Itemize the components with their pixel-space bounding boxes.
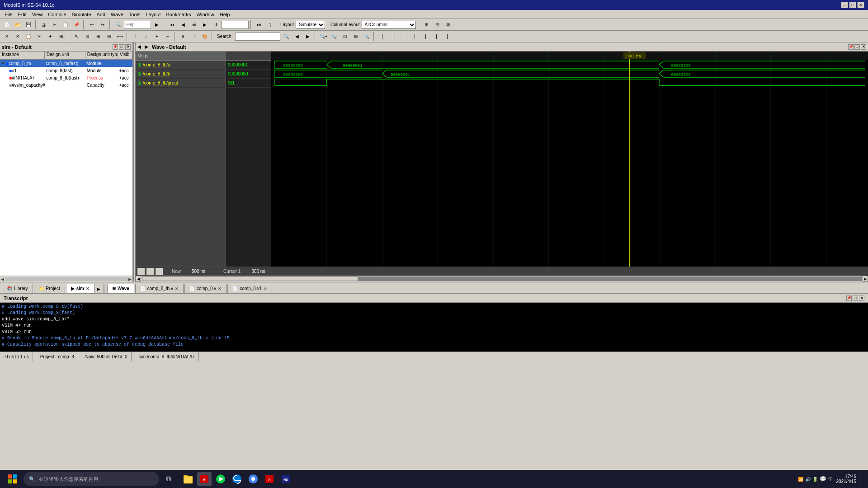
zoom-cursor[interactable]: ⊞ [351, 32, 361, 42]
sim-back[interactable]: ◀ [178, 20, 188, 30]
zoom-full[interactable]: ⊡ [340, 32, 350, 42]
wave-config[interactable]: ⚙ [156, 268, 163, 275]
tb2-signal-down[interactable]: ↓ [141, 32, 151, 42]
tb2-paste[interactable]: ✦ [45, 32, 55, 42]
menu-layout[interactable]: Layout [143, 11, 164, 18]
taskbar-show-desktop[interactable] [862, 470, 864, 488]
cursor4-btn[interactable]: | [410, 32, 420, 42]
wave-nav-fwd[interactable]: ▶ [145, 44, 148, 49]
maximize-button[interactable]: □ [849, 2, 856, 8]
scroll-right-btn[interactable]: ▶ [863, 276, 868, 282]
scroll-thumb[interactable] [142, 277, 358, 281]
tb2-expand[interactable]: ⊞ [56, 32, 66, 42]
tab-wave[interactable]: ≋ Wave [107, 284, 134, 293]
minimize-button[interactable]: ─ [841, 2, 848, 8]
menu-window[interactable]: Window [194, 11, 217, 18]
new-button[interactable]: 📄 [2, 20, 12, 30]
zoom-in2[interactable]: 🔍 [362, 32, 372, 42]
taskbar-app-file-explorer[interactable] [181, 472, 195, 486]
expand-icon[interactable]: ▼ [1, 61, 5, 66]
signal-row-a[interactable]: ⊞ /comp_8_tb/a [136, 61, 226, 70]
tab-library[interactable]: 📚 Library [2, 284, 33, 293]
network-icon[interactable]: 📶 [798, 477, 803, 482]
menu-bookmarks[interactable]: Bookmarks [164, 11, 194, 18]
dock-btn[interactable]: ⊞ [421, 20, 431, 30]
tb2-btn2[interactable]: ✕ [13, 32, 23, 42]
tb2-cut[interactable]: ✂ [34, 32, 44, 42]
paste-button[interactable]: 📌 [71, 20, 81, 30]
cursor5-btn[interactable]: | [420, 32, 430, 42]
menu-wave[interactable]: Wave [108, 11, 126, 18]
tree-row[interactable]: ■ #INITIAL#7 comp_8_tb(fast) Process +ac… [0, 74, 132, 81]
tab-comp8v[interactable]: 📄 comp_8.v ✕ [184, 284, 226, 293]
menu-tools[interactable]: Tools [126, 11, 143, 18]
cursor7-btn[interactable]: | [442, 32, 452, 42]
taskbar-app-edge[interactable] [230, 472, 244, 486]
tb2-zoom-out[interactable]: ⊟ [104, 32, 114, 42]
tb2-format[interactable]: ⁞ [189, 32, 199, 42]
menu-help[interactable]: Help [217, 11, 233, 18]
transcript-float[interactable]: □ [853, 296, 858, 301]
lang-indicator[interactable]: 中 [828, 476, 833, 482]
zoom-in-wave[interactable]: 🔍+ [318, 32, 328, 42]
step-btn[interactable]: ⏭ [254, 20, 264, 30]
waveform-area[interactable]: 00000000 00000001 [271, 52, 868, 267]
transcript-pin[interactable]: 📌 [846, 296, 852, 301]
cursor6-btn[interactable]: | [431, 32, 441, 42]
save-button[interactable]: 💾 [24, 20, 33, 30]
cursor1-btn[interactable]: | [377, 32, 387, 42]
taskbar-app-modelsim2[interactable]: MS [278, 472, 293, 486]
help-go-button[interactable]: ▶ [152, 20, 162, 30]
search-prev[interactable]: ◀ [292, 32, 302, 42]
scroll-left-btn[interactable]: ◀ [136, 276, 141, 282]
find-button[interactable]: 🔍 [113, 20, 123, 30]
tb2-btn1[interactable]: ✕ [2, 32, 12, 42]
wave-pin[interactable]: 📌 [848, 44, 854, 50]
tree-row[interactable]: ▼ ■ comp_8_tb comp_8_tb(fast) Module [0, 60, 132, 67]
sim-run[interactable]: ▶ [200, 20, 210, 30]
wave-add-sig[interactable]: + [146, 268, 154, 275]
tab-sim-close[interactable]: ✕ [86, 286, 90, 291]
left-tabs-scroll[interactable]: ▶ [95, 285, 102, 293]
battery-icon[interactable]: 🔋 [812, 477, 818, 482]
search-input[interactable] [235, 33, 280, 41]
tb2-copy[interactable]: 📋 [24, 32, 33, 42]
tb2-color[interactable]: 🎨 [200, 32, 210, 42]
transcript-content[interactable]: # Loading work.comp_8_tb(fast) # Loading… [0, 303, 868, 352]
close-button[interactable]: ✕ [857, 2, 864, 8]
column-layout-dropdown[interactable]: AllColumns [362, 21, 416, 29]
cursor3-btn[interactable]: | [399, 32, 409, 42]
tb2-select[interactable]: ⊡ [82, 32, 92, 42]
print-button[interactable]: 🖨 [39, 20, 49, 30]
zoom-out-wave[interactable]: 🔍- [329, 32, 339, 42]
tab-sim[interactable]: ▶ sim ✕ [66, 284, 94, 293]
tb2-btn-add[interactable]: + [152, 32, 162, 42]
help-input[interactable] [124, 21, 151, 29]
redo-button[interactable]: ↪ [98, 20, 108, 30]
taskbar-clock[interactable]: 17:46 2021/4/15 [836, 474, 857, 484]
menu-edit[interactable]: Edit [15, 11, 29, 18]
tb2-zoom-in[interactable]: ⊞ [93, 32, 103, 42]
instance-float[interactable]: □ [119, 44, 124, 50]
undock-btn[interactable]: ⊟ [432, 20, 442, 30]
tree-row[interactable]: ■ u1 comp_8(fast) Module +acc [0, 67, 132, 74]
sim-stop[interactable]: ⏸ [211, 20, 221, 30]
menu-simulate[interactable]: Simulate [69, 11, 94, 18]
cut-button[interactable]: ✂ [50, 20, 60, 30]
tab-comp8v1[interactable]: 📄 comp_8.v1 ✕ [227, 284, 272, 293]
tab-comp8tb[interactable]: 📄 comp_8_tb.v ✕ [135, 284, 184, 293]
float-btn[interactable]: ⊠ [443, 20, 453, 30]
transcript-close[interactable]: ✕ [859, 296, 864, 301]
taskbar-app-modelsim[interactable]: M [197, 472, 212, 486]
taskbar-app-green[interactable] [213, 472, 228, 486]
signal-row-b[interactable]: ⊞ /comp_8_tb/b [136, 70, 226, 79]
tab-project[interactable]: 📁 Project [34, 284, 65, 293]
scroll-track[interactable] [142, 277, 862, 281]
taskbar-app-chrome[interactable] [246, 472, 260, 486]
wave-nav-back[interactable]: ◀ [137, 44, 141, 49]
cursor2-btn[interactable]: | [388, 32, 398, 42]
left-panel-hscroll[interactable]: ◀ ▶ [0, 276, 132, 282]
wave-close[interactable]: ✕ [861, 44, 866, 50]
taskbar-search-bar[interactable]: 🔍 在这里输入你想搜索的内容 [24, 472, 159, 486]
wave-float[interactable]: □ [854, 44, 860, 50]
